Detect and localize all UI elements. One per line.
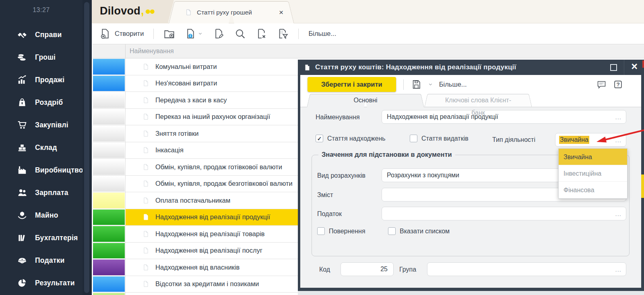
scrollbar-thumb[interactable] bbox=[84, 2, 89, 293]
app-logo[interactable]: Dilovod,●● bbox=[100, 5, 154, 17]
checkbox-unchecked[interactable] bbox=[410, 135, 417, 142]
sidebar-item-purchases[interactable]: Закупівлі bbox=[0, 114, 83, 136]
document-icon bbox=[185, 8, 192, 17]
ellipsis-button[interactable]: ... bbox=[615, 137, 621, 143]
tab-money-articles[interactable]: Статті руху грошей × bbox=[168, 1, 295, 23]
tax-input[interactable]: ... bbox=[382, 207, 626, 220]
sidebar-item-label: Закупівлі bbox=[35, 121, 68, 129]
checkbox-checked[interactable]: ✓ bbox=[316, 135, 323, 142]
checkbox-unchecked[interactable] bbox=[317, 227, 325, 235]
sidebar-item-deals[interactable]: Справи bbox=[0, 23, 83, 46]
article-dialog: Стаття руху коштів: Надходження від реал… bbox=[298, 60, 644, 291]
sidebar-item-results[interactable]: Результати bbox=[0, 272, 83, 294]
factory-icon bbox=[16, 165, 28, 175]
sidebar-item-money[interactable]: Гроші bbox=[0, 46, 83, 69]
tab-label: Основні bbox=[307, 94, 424, 106]
group-input[interactable]: ... bbox=[427, 262, 626, 276]
more-button[interactable]: Більше... bbox=[308, 30, 336, 37]
code-input[interactable]: 25 bbox=[341, 262, 394, 276]
background-window-sliver-yellow bbox=[641, 175, 644, 198]
pie-chart-icon bbox=[16, 278, 28, 288]
toolbar-separator bbox=[403, 79, 404, 90]
sidebar-item-retail[interactable]: Роздріб bbox=[0, 91, 83, 114]
chevron-down-icon[interactable] bbox=[427, 81, 433, 87]
chevron-down-icon[interactable] bbox=[197, 31, 203, 37]
specify-list-checkbox[interactable]: Вказати списком bbox=[388, 227, 450, 235]
income-article-checkbox[interactable]: ✓ Стаття надходжень bbox=[316, 135, 386, 142]
tab-main[interactable]: Основні bbox=[307, 94, 424, 107]
maximize-icon[interactable] bbox=[610, 64, 617, 71]
dropdown-option[interactable]: Фінансова bbox=[559, 182, 627, 198]
row-label: Нез'ясовані витрати bbox=[155, 79, 217, 87]
sidebar-item-label: Бухгалтерія bbox=[35, 234, 78, 242]
activity-type-dropdown: Звичайна Інвестиційна Фінансова bbox=[558, 148, 627, 199]
sidebar-item-salary[interactable]: Зарплата bbox=[0, 181, 83, 204]
logo-dots: ●● bbox=[145, 5, 154, 17]
activity-type-input[interactable]: Звичайна ... bbox=[555, 133, 626, 147]
row-label: Надходження від власників bbox=[155, 264, 239, 271]
sidebar-item-property[interactable]: Майно bbox=[0, 204, 83, 226]
tab-close-icon[interactable]: × bbox=[279, 8, 283, 16]
ellipsis-button[interactable]: ... bbox=[615, 210, 621, 217]
document-icon bbox=[304, 63, 311, 72]
filter-button[interactable] bbox=[277, 28, 289, 39]
dialog-titlebar[interactable]: Стаття руху коштів: Надходження від реал… bbox=[298, 60, 644, 75]
cancel-search-button[interactable] bbox=[256, 28, 267, 39]
color-swatch bbox=[93, 260, 125, 275]
document-info-icon bbox=[185, 28, 196, 39]
dropdown-option[interactable]: Інвестиційна bbox=[559, 165, 627, 182]
document-icon bbox=[142, 79, 149, 87]
handshake-icon bbox=[16, 29, 28, 40]
save-icon[interactable] bbox=[411, 79, 422, 90]
color-swatch bbox=[93, 193, 125, 208]
save-and-close-button[interactable]: Зберегти і закрити bbox=[308, 77, 396, 92]
color-swatch bbox=[93, 226, 125, 242]
toolbar-separator bbox=[298, 29, 299, 39]
sidebar-item-production[interactable]: Виробництво bbox=[0, 159, 83, 181]
dialog-more-button[interactable]: Більше... bbox=[439, 81, 467, 88]
comment-icon[interactable] bbox=[596, 79, 607, 90]
group-title: Значення для підстановки в документи bbox=[318, 151, 455, 158]
ellipsis-button[interactable]: ... bbox=[615, 114, 621, 120]
logo-comma: , bbox=[141, 5, 144, 17]
sidebar-item-warehouse[interactable]: Склад bbox=[0, 136, 83, 159]
search-button[interactable] bbox=[234, 28, 246, 39]
checkbox-unchecked[interactable] bbox=[388, 227, 396, 235]
new-folder-button[interactable] bbox=[163, 28, 175, 39]
checkbox-label: Вказати списком bbox=[400, 228, 450, 235]
return-checkbox[interactable]: Повернення bbox=[317, 227, 365, 235]
sidebar-item-label: Зарплата bbox=[35, 189, 68, 197]
color-swatch bbox=[93, 143, 125, 158]
logo-text: Dilovod bbox=[100, 5, 140, 17]
ellipsis-button[interactable]: ... bbox=[615, 266, 621, 273]
sidebar-item-label: Гроші bbox=[35, 53, 56, 62]
checkbox-label: Повернення bbox=[329, 228, 365, 235]
color-swatch bbox=[93, 276, 125, 292]
expense-article-checkbox[interactable]: Стаття видатків bbox=[410, 135, 469, 142]
document-icon bbox=[142, 263, 149, 272]
sidebar-scrollbar[interactable] bbox=[83, 0, 92, 295]
create-button[interactable]: Створити bbox=[99, 28, 144, 39]
row-label: Надходження від реалізації товарів bbox=[155, 230, 265, 238]
officer-cap-icon bbox=[16, 255, 28, 266]
sidebar-item-taxes[interactable]: Податки bbox=[0, 249, 83, 272]
sidebar-item-sales[interactable]: Продажі bbox=[0, 69, 83, 91]
dialog-title: Стаття руху коштів: Надходження від реал… bbox=[315, 63, 606, 71]
document-icon bbox=[142, 146, 149, 154]
name-column-header[interactable]: Найменування bbox=[126, 44, 644, 58]
sidebar-item-accounting[interactable]: Бухгалтерія bbox=[0, 226, 83, 249]
tab-client-bank-keywords[interactable]: Ключові слова Клієнт-банк bbox=[424, 94, 532, 107]
checkbox-label: Стаття видатків bbox=[421, 135, 469, 142]
open-card-button[interactable] bbox=[185, 28, 203, 39]
sidebar-item-label: Справи bbox=[35, 31, 62, 39]
dialog-tabs: Основні Ключові слова Клієнт-банк bbox=[300, 94, 641, 107]
sidebar-item-label: Виробництво bbox=[35, 166, 83, 175]
color-swatch bbox=[93, 243, 125, 259]
tax-field-label: Податок bbox=[317, 210, 342, 218]
below-dialog-strip bbox=[298, 291, 644, 295]
dropdown-option-selected[interactable]: Звичайна bbox=[559, 149, 627, 165]
close-icon[interactable]: × bbox=[631, 61, 638, 72]
edit-document-button[interactable] bbox=[213, 28, 225, 39]
help-icon[interactable] bbox=[613, 79, 623, 90]
document-icon bbox=[142, 280, 149, 288]
